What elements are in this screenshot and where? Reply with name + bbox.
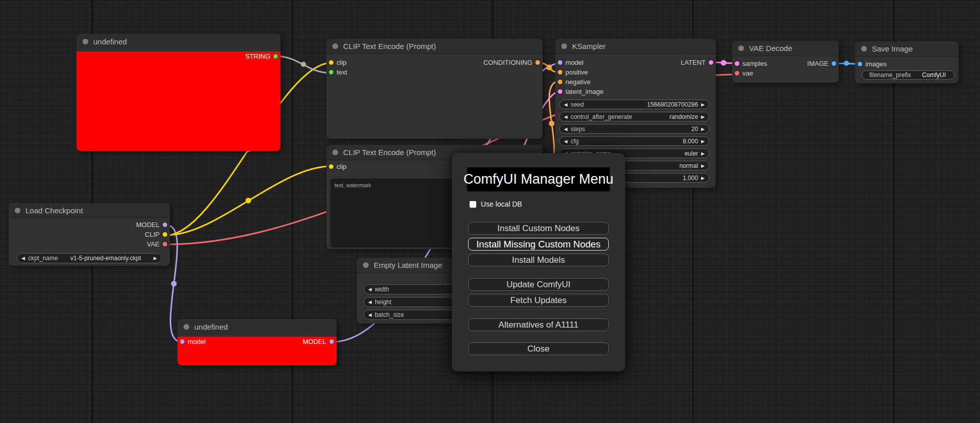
collapse-dot-icon[interactable]	[83, 39, 88, 44]
node-title-bar[interactable]: Load Checkpoint	[9, 203, 170, 218]
update-comfyui-button[interactable]: Update ComfyUI	[468, 278, 609, 291]
output-slot-clip[interactable]	[163, 232, 167, 237]
install-models-button[interactable]: Install Models	[468, 254, 609, 266]
widget-label: filename_prefix	[866, 71, 911, 79]
collapse-dot-icon[interactable]	[363, 262, 369, 268]
input-slot-vae[interactable]	[735, 71, 739, 76]
node-undefined-top[interactable]: undefined STRING	[76, 34, 280, 151]
input-label-clip: clip	[337, 59, 347, 66]
output-slot-image[interactable]	[832, 61, 836, 66]
input-slot-positive[interactable]	[558, 70, 562, 74]
node-title-bar[interactable]: Save Image	[855, 41, 959, 57]
widget-label: batch_size	[375, 311, 404, 318]
node-title: CLIP Text Encode (Prompt)	[343, 148, 436, 157]
cfg-widget[interactable]: ◀ cfg 8.000 ▶	[559, 136, 709, 146]
install-missing-custom-nodes-button[interactable]: Install Missing Custom Nodes	[468, 238, 609, 251]
wire-midpoint-dot	[171, 281, 177, 287]
wire-midpoint-dot	[844, 61, 849, 66]
install-custom-nodes-button[interactable]: Install Custom Nodes	[468, 222, 609, 235]
collapse-dot-icon[interactable]	[184, 324, 189, 330]
wire-midpoint-dot	[246, 198, 251, 204]
node-title: CLIP Text Encode (Prompt)	[343, 42, 436, 51]
increment-arrow-icon[interactable]: ▶	[701, 102, 705, 107]
wire-midpoint-dot	[721, 60, 727, 66]
increment-arrow-icon[interactable]: ▶	[701, 139, 705, 144]
filename-prefix-widget[interactable]: filename_prefix ComfyUI	[862, 70, 955, 80]
node-title: Save Image	[872, 44, 913, 53]
decrement-arrow-icon[interactable]: ◀	[368, 312, 372, 317]
output-slot-model[interactable]	[163, 222, 167, 227]
decrement-arrow-icon[interactable]: ◀	[564, 114, 568, 119]
input-slot-clip[interactable]	[329, 164, 333, 169]
increment-arrow-icon[interactable]: ▶	[701, 127, 705, 132]
node-title: undefined	[93, 37, 127, 46]
node-title-bar[interactable]: CLIP Text Encode (Prompt)	[326, 39, 543, 54]
collapse-dot-icon[interactable]	[861, 46, 867, 52]
node-undefined-bottom[interactable]: undefined model MODEL	[177, 319, 337, 365]
widget-value: 156680208700286	[587, 101, 698, 108]
widget-value: ComfyUI	[914, 71, 950, 79]
input-label-model: model	[188, 338, 205, 345]
node-load-checkpoint[interactable]: Load Checkpoint MODEL CLIP VAE ◀ ckpt_na…	[9, 203, 170, 266]
output-label-image: IMAGE	[807, 60, 829, 67]
ckpt-name-widget[interactable]: ◀ ckpt_name v1-5-pruned-emaonly.ckpt ▶	[17, 253, 162, 263]
decrement-arrow-icon[interactable]: ◀	[564, 139, 568, 144]
widget-label: ckpt_name	[28, 255, 58, 262]
increment-arrow-icon[interactable]: ▶	[701, 176, 705, 181]
decrement-arrow-icon[interactable]: ◀	[564, 127, 568, 132]
input-slot-model[interactable]	[180, 339, 185, 344]
close-button[interactable]: Close	[468, 342, 609, 355]
input-slot-images[interactable]	[858, 62, 862, 66]
output-slot-conditioning[interactable]	[535, 60, 540, 65]
collapse-dot-icon[interactable]	[332, 43, 338, 49]
use-local-db-checkbox[interactable]	[470, 201, 476, 208]
collapse-dot-icon[interactable]	[738, 45, 744, 51]
widget-label: control_after_generate	[571, 113, 632, 120]
input-label-images: images	[865, 60, 887, 68]
output-slot-vae[interactable]	[163, 242, 167, 246]
input-label-negative: negative	[565, 78, 590, 86]
output-slot-latent[interactable]	[709, 60, 713, 65]
control-after-generate-widget[interactable]: ◀ control_after_generate randomize ▶	[559, 112, 709, 121]
input-slot-clip[interactable]	[329, 60, 333, 65]
node-title: VAE Decode	[749, 44, 792, 53]
increment-arrow-icon[interactable]: ▶	[153, 256, 157, 261]
widget-label: seed	[571, 101, 584, 108]
decrement-arrow-icon[interactable]: ◀	[564, 102, 568, 107]
input-slot-negative[interactable]	[558, 80, 562, 84]
steps-widget[interactable]: ◀ steps 20 ▶	[559, 124, 709, 134]
alternatives-of-a1111-button[interactable]: Alternatives of A1111	[468, 318, 609, 331]
output-slot-string[interactable]	[273, 54, 278, 59]
decrement-arrow-icon[interactable]: ◀	[21, 256, 25, 261]
input-slot-text[interactable]	[329, 70, 333, 74]
input-slot-samples[interactable]	[735, 61, 739, 66]
increment-arrow-icon[interactable]: ▶	[701, 151, 705, 156]
increment-arrow-icon[interactable]: ▶	[701, 163, 705, 168]
output-label-string: STRING	[245, 53, 270, 60]
seed-widget[interactable]: ◀ seed 156680208700286 ▶	[559, 99, 709, 109]
node-title-bar[interactable]: KSampler	[555, 39, 716, 54]
input-slot-latent-image[interactable]	[558, 89, 562, 94]
node-title-bar[interactable]: undefined	[76, 34, 280, 49]
node-vae-decode[interactable]: VAE Decode samples IMAGE vae	[732, 41, 839, 83]
wire-midpoint-dot	[301, 62, 306, 67]
widget-value: v1-5-pruned-emaonly.ckpt	[61, 255, 150, 262]
collapse-dot-icon[interactable]	[15, 208, 20, 213]
node-title: Empty Latent Image	[374, 261, 442, 269]
fetch-updates-button[interactable]: Fetch Updates	[468, 294, 609, 307]
dialog-title: ComfyUI Manager Menu	[467, 167, 610, 191]
decrement-arrow-icon[interactable]: ◀	[368, 287, 372, 292]
increment-arrow-icon[interactable]: ▶	[701, 114, 705, 119]
widget-value: euler	[614, 150, 698, 157]
node-save-image[interactable]: Save Image images filename_prefix ComfyU…	[855, 41, 959, 83]
output-slot-model[interactable]	[329, 339, 334, 344]
collapse-dot-icon[interactable]	[561, 43, 567, 49]
node-title-bar[interactable]: undefined	[177, 319, 337, 335]
comfyui-manager-dialog: ComfyUI Manager Menu Use local DB Instal…	[452, 153, 625, 371]
widget-value: 8.000	[582, 138, 698, 145]
input-slot-model[interactable]	[558, 60, 562, 65]
decrement-arrow-icon[interactable]: ◀	[368, 300, 372, 305]
node-clip-text-encode-1[interactable]: CLIP Text Encode (Prompt) clip CONDITION…	[326, 39, 543, 139]
node-title-bar[interactable]: VAE Decode	[732, 41, 839, 56]
collapse-dot-icon[interactable]	[332, 150, 338, 155]
